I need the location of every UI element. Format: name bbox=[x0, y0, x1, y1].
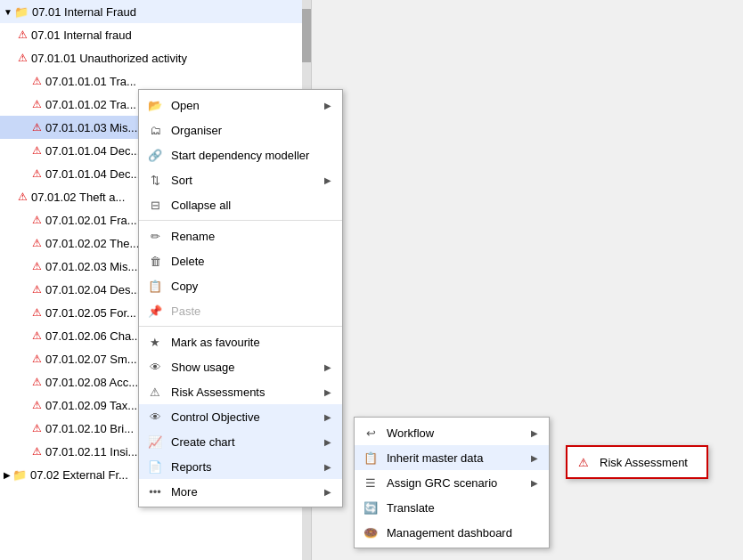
submenu2-item-translate[interactable]: 🔄 Translate bbox=[355, 495, 549, 520]
warn-icon: ⚠ bbox=[32, 306, 42, 319]
submenu-arrow: ▶ bbox=[324, 462, 331, 472]
menu-item-copy[interactable]: 📋 Copy bbox=[139, 273, 342, 298]
menu-label-open: Open bbox=[171, 99, 317, 112]
tree-item-label: 07.01.02.08 Acc... bbox=[45, 376, 138, 389]
tree-item-label: 07.01.02.01 Fra... bbox=[45, 214, 137, 227]
menu-icon-more: ••• bbox=[146, 484, 164, 499]
menu-icon-dashboard: 🍩 bbox=[362, 525, 380, 540]
menu-item-usage[interactable]: 👁 Show usage ▶ bbox=[139, 354, 342, 379]
menu-item-more[interactable]: ••• More ▶ bbox=[139, 479, 342, 504]
submenu-arrow: ▶ bbox=[324, 487, 331, 497]
tree-item-label: 07.01.01 Unauthorized activity bbox=[31, 52, 187, 65]
submenu-arrow: ▶ bbox=[324, 412, 331, 422]
warn-icon: ⚠ bbox=[32, 237, 42, 249]
menu-icon-riskassess: ⚠ bbox=[146, 385, 164, 399]
warn-icon: ⚠ bbox=[32, 422, 42, 434]
tree-item-t1[interactable]: ▼📁07.01 Internal Fraud bbox=[0, 0, 311, 23]
menu-item-open[interactable]: 📂 Open ▶ bbox=[139, 93, 342, 118]
menu-label-assigngrc: Assign GRC scenario bbox=[387, 476, 524, 490]
scrollbar-thumb[interactable] bbox=[302, 9, 311, 62]
expand-arrow[interactable]: ▼ bbox=[4, 7, 12, 17]
menu-item-createchart[interactable]: 📈 Create chart ▶ bbox=[139, 429, 342, 454]
menu-icon-copy: 📋 bbox=[146, 279, 164, 293]
menu-item-organiser[interactable]: 🗂 Organiser bbox=[139, 118, 342, 142]
menu-icon-star: ★ bbox=[146, 335, 164, 349]
warn-icon: ⚠ bbox=[32, 98, 42, 110]
menu-item-controlobjective[interactable]: 👁 Control Objective ▶ bbox=[139, 404, 342, 429]
menu-label-translate: Translate bbox=[387, 501, 538, 515]
menu-item-delete[interactable]: 🗑 Delete bbox=[139, 248, 342, 273]
tree-item-label: 07.01 Internal fraud bbox=[31, 28, 132, 42]
menu-label-riskassess: Risk Assessments bbox=[171, 386, 317, 399]
menu-label-organiser: Organiser bbox=[171, 124, 331, 137]
menu-item-dependency[interactable]: 🔗 Start dependency modeller bbox=[139, 142, 342, 167]
submenu2-item-assigngrc[interactable]: ☰ Assign GRC scenario ▶ bbox=[355, 470, 549, 495]
menu-item-riskassess[interactable]: ⚠ Risk Assessments ▶ bbox=[139, 379, 342, 404]
context-menu-level2: ↩ Workflow ▶ 📋 Inherit master data ▶ ☰ A… bbox=[354, 417, 550, 548]
warn-icon: ⚠ bbox=[32, 214, 42, 226]
tree-item-t3[interactable]: ⚠07.01.01 Unauthorized activity bbox=[0, 46, 311, 69]
menu-label-riskassessment: Risk Assessment bbox=[600, 456, 696, 469]
tree-item-label: 07.01.02.05 For... bbox=[45, 306, 136, 320]
menu-label-createchart: Create chart bbox=[171, 435, 317, 449]
menu-icon-translate: 🔄 bbox=[362, 500, 380, 515]
tree-item-label: 07.01.02.06 Cha... bbox=[45, 329, 141, 343]
menu-label-paste: Paste bbox=[171, 304, 331, 318]
submenu2-item-mgmtdashboard[interactable]: 🍩 Management dashboard bbox=[355, 520, 549, 545]
menu-icon-collapse: ⊟ bbox=[146, 198, 164, 212]
menu-icon-workflow: ↩ bbox=[362, 426, 380, 440]
menu-icon-sort: ⇅ bbox=[146, 173, 164, 187]
menu-label-sort: Sort bbox=[171, 174, 317, 187]
menu-icon-reports: 📄 bbox=[146, 459, 164, 474]
submenu-arrow: ▶ bbox=[324, 437, 331, 447]
warn-icon: ⚠ bbox=[32, 144, 42, 157]
tree-item-t2[interactable]: ⚠07.01 Internal fraud bbox=[0, 23, 311, 46]
menu-label-dependency: Start dependency modeller bbox=[171, 149, 331, 162]
menu-item-rename[interactable]: ✏ Rename bbox=[139, 223, 342, 248]
menu-icon-inherit: 📋 bbox=[362, 450, 380, 465]
expand-arrow[interactable]: ▶ bbox=[4, 470, 11, 480]
warn-icon: ⚠ bbox=[32, 445, 42, 458]
tree-item-label: 07.01.02.07 Sm... bbox=[45, 353, 137, 366]
tree-item-label: 07.01.02.04 Des... bbox=[45, 283, 140, 296]
submenu-arrow: ▶ bbox=[324, 387, 331, 397]
folder-icon: 📁 bbox=[12, 468, 27, 482]
menu-item-reports[interactable]: 📄 Reports ▶ bbox=[139, 454, 342, 479]
menu-label-delete: Delete bbox=[171, 255, 331, 268]
menu-item-paste: 📌 Paste bbox=[139, 298, 342, 323]
menu-separator bbox=[139, 220, 342, 221]
menu-label-workflow: Workflow bbox=[387, 426, 524, 440]
menu-icon-usage: 👁 bbox=[146, 360, 164, 374]
warn-icon: ⚠ bbox=[32, 353, 42, 365]
submenu-arrow: ▶ bbox=[531, 428, 538, 438]
submenu-arrow: ▶ bbox=[324, 175, 331, 185]
warn-icon: ⚠ bbox=[32, 376, 42, 388]
menu-label-usage: Show usage bbox=[171, 361, 317, 374]
warn-icon: ⚠ bbox=[18, 52, 28, 64]
tree-item-label: 07.01.01.01 Tra... bbox=[45, 75, 136, 88]
tree-item-label: 07.01.02.11 Insi... bbox=[45, 445, 137, 459]
menu-icon-rename: ✏ bbox=[146, 229, 164, 243]
menu-label-inheritmaster: Inherit master data bbox=[387, 451, 524, 465]
menu-label-favourite: Mark as favourite bbox=[171, 336, 331, 349]
menu-icon-assign: ☰ bbox=[362, 475, 380, 490]
menu-label-collapse: Collapse all bbox=[171, 199, 331, 212]
submenu2-item-inheritmaster[interactable]: 📋 Inherit master data ▶ bbox=[355, 445, 549, 470]
warn-icon: ⚠ bbox=[32, 283, 42, 296]
menu-item-sort[interactable]: ⇅ Sort ▶ bbox=[139, 167, 342, 192]
warn-icon: ⚠ bbox=[32, 75, 42, 87]
menu-item-favourite[interactable]: ★ Mark as favourite bbox=[139, 329, 342, 354]
warn-icon: ⚠ bbox=[32, 167, 42, 180]
warn-icon: ⚠ bbox=[32, 121, 42, 134]
tree-item-label: 07.01.01.04 Dec... bbox=[45, 167, 140, 181]
menu-label-copy: Copy bbox=[171, 280, 331, 293]
submenu3-item-riskassessment[interactable]: ⚠ Risk Assessment bbox=[567, 450, 706, 475]
submenu2-item-workflow[interactable]: ↩ Workflow ▶ bbox=[355, 420, 549, 445]
menu-item-collapse[interactable]: ⊟ Collapse all bbox=[139, 192, 342, 217]
submenu-arrow: ▶ bbox=[531, 478, 538, 488]
context-menu-level3: ⚠ Risk Assessment bbox=[566, 445, 708, 479]
context-menu-level1: 📂 Open ▶ 🗂 Organiser 🔗 Start dependency … bbox=[138, 89, 343, 507]
tree-item-label: 07.01.01.02 Tra... bbox=[45, 98, 136, 111]
menu-label-reports: Reports bbox=[171, 460, 317, 474]
tree-item-label: 07.01 Internal Fraud bbox=[32, 5, 136, 19]
